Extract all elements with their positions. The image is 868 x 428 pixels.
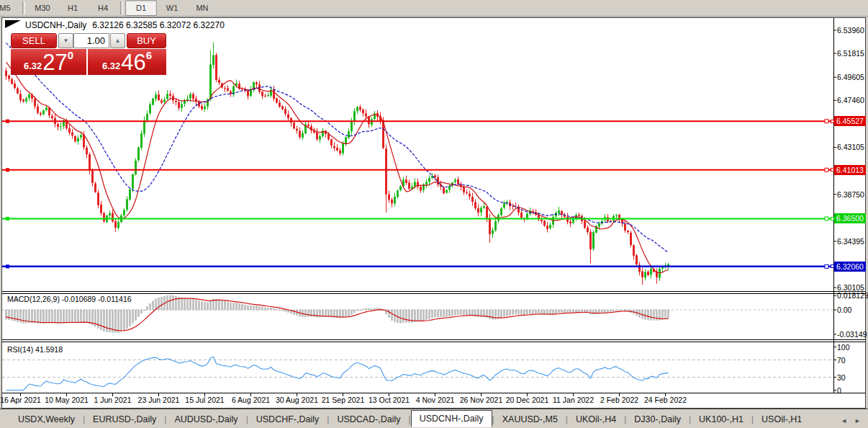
chart-corner-triangle-icon [5,20,21,28]
sell-price-panel[interactable]: 6.32 27 0 [11,49,86,75]
date-label: 10 May 2021 [45,396,89,404]
timeframe-toolbar: M5M30H1H4D1W1MN [0,0,868,17]
tab-scroll-right-icon[interactable]: ► [854,417,861,424]
buy-price-small: 6.32 [102,59,120,73]
chart-tab-usdx[interactable]: USDX,Weekly [10,413,83,427]
date-label: 21 Sep 2021 [322,396,365,404]
date-label: 23 Jun 2021 [138,396,180,404]
horizontal-level-lines[interactable] [2,120,833,269]
timeframe-button-mn[interactable]: MN [187,0,217,16]
date-label: 16 Apr 2021 [0,396,41,404]
date-label: 2 Feb 2022 [600,396,638,404]
chart-window: USDCNH-,Daily6.32126 6.32585 6.32072 6.3… [1,17,866,409]
chart-ohlc-values: 6.32126 6.32585 6.32072 6.32270 [92,20,225,30]
level-chip-handle[interactable] [831,217,834,220]
timeframe-buttons: M5M30H1H4D1W1MN [0,0,868,16]
chart-tab-uk100-[interactable]: UK100-,H1 [691,413,751,427]
chart-symbol-title: USDCNH-,Daily [25,20,86,30]
rsi-tick-label: 30 [837,373,846,382]
rsi-indicator-label: RSI(14) 41.5918 [7,345,63,354]
timeframe-button-w1[interactable]: W1 [157,0,187,16]
price-tick-label: 6.47460 [837,96,864,104]
date-label: 20 Dec 2021 [506,396,549,404]
chevron-down-icon: ▼ [63,37,69,44]
candles-layer [5,43,669,285]
chart-tab-usdcnh-[interactable]: USDCNH-,Daily [411,410,492,427]
price-tick-label: 6.30105 [837,283,864,292]
date-label: 1 Jun 2021 [94,396,132,404]
toolbar-separator [22,1,25,14]
volume-decrease-button[interactable]: ▼ [58,33,73,48]
price-level-chip: 6.36500 [834,213,866,223]
macd-tick-label: 0.00 [837,306,851,314]
price-level-chip: 6.41013 [834,165,866,175]
sell-price-sup: 0 [68,51,73,60]
date-label: 24 Feb 2022 [644,396,687,404]
toolbar-separator [120,1,123,14]
volume-increase-button[interactable]: ▲ [110,33,125,48]
timeframe-button-m30[interactable]: M30 [27,0,58,16]
rsi-tick-label: 70 [837,356,846,365]
macd-tick-label: -0.03149 [837,330,867,339]
macd-tick-label: 0.018129 [837,291,868,300]
price-tick-label: 6.49605 [837,73,864,81]
chart-tab-usdchf-[interactable]: USDCHF-,Daily [248,413,327,427]
level-chip-handle[interactable] [831,168,834,171]
date-label: 13 Oct 2021 [369,396,410,404]
sell-price-big: 27 [42,52,67,73]
price-level-chip: 6.45527 [834,116,866,126]
timeframe-button-h4[interactable]: H4 [88,0,118,16]
date-label: 4 Nov 2021 [416,396,455,404]
buy-price-sup: 6 [146,51,152,60]
rsi-tick-label: 0 [837,386,841,395]
date-label: 6 Aug 2021 [232,396,270,404]
buy-price-panel[interactable]: 6.32 46 6 [88,49,166,75]
chart-tab-usoil-[interactable]: USOil-,H1 [754,413,810,427]
chart-tab-ukoil-[interactable]: UKOil-,H4 [568,413,624,427]
chart-tab-xauusd-[interactable]: XAUUSD-,M5 [494,413,566,427]
buy-price-big: 46 [121,52,145,73]
chart-tab-bar: USDX,Weekly|EURUSD-,Daily|AUDUSD-,Daily|… [0,409,868,427]
level-chip-handle[interactable] [831,120,834,123]
price-tick-label: 6.51815 [837,49,864,58]
date-label: 11 Jan 2022 [553,396,594,404]
chevron-up-icon: ▲ [115,37,121,44]
chart-tab-eurusd-[interactable]: EURUSD-,Daily [85,413,164,427]
date-label: 15 Jul 2021 [185,396,224,404]
timeframe-button-h1[interactable]: H1 [58,0,88,16]
timeframe-button-m5[interactable]: M5 [0,0,20,16]
sell-button[interactable]: SELL [11,33,57,48]
price-tick-label: 6.53960 [837,26,864,35]
date-label: 30 Aug 2021 [276,396,318,404]
rsi-tick-label: 100 [837,343,850,352]
date-label: 26 Nov 2021 [460,396,503,404]
level-chip-handle[interactable] [831,264,834,268]
sell-price-small: 6.32 [24,59,42,73]
chart-tab-dj30-[interactable]: DJ30-,Daily [626,413,689,427]
price-tick-label: 6.43105 [837,143,864,151]
price-level-chip: 6.32060 [834,262,866,272]
buy-button[interactable]: BUY [127,33,166,48]
price-tick-label: 6.38750 [837,190,864,199]
chart-tab-usdcad-[interactable]: USDCAD-,Daily [329,413,408,427]
rsi-layer [2,357,833,390]
chart-tab-audusd-[interactable]: AUDUSD-,Daily [166,413,245,427]
timeframe-button-d1[interactable]: D1 [125,0,157,16]
price-chart-canvas [2,18,865,408]
volume-input[interactable] [73,33,109,48]
moving-averages-layer [6,43,669,273]
tab-scroll-left-icon[interactable]: ◄ [841,417,847,424]
price-tick-label: 6.34395 [837,237,864,246]
macd-indicator-label: MACD(12,26,9) -0.010689 -0.011416 [7,295,132,303]
